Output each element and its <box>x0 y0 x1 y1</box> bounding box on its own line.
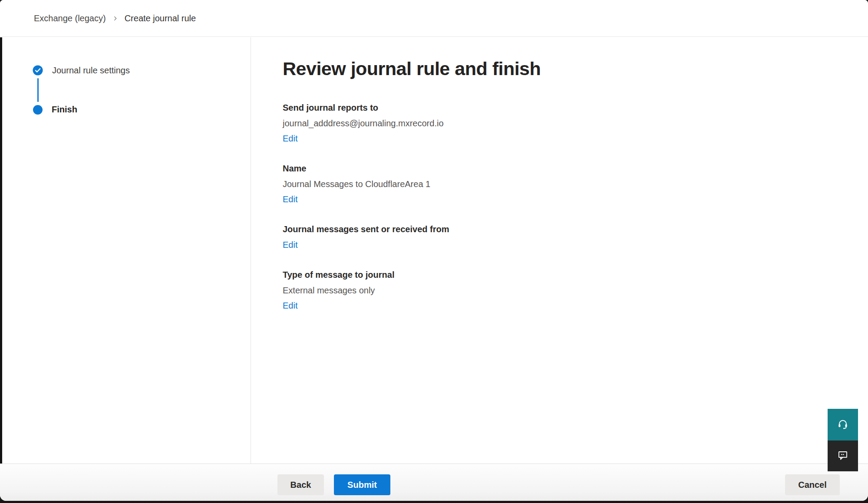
edit-link-send-journal-reports-to[interactable]: Edit <box>283 133 297 144</box>
cancel-button[interactable]: Cancel <box>785 474 840 495</box>
page-title: Review journal rule and finish <box>283 57 842 81</box>
section-label: Journal messages sent or received from <box>283 224 842 235</box>
review-section-type-of-message-to-journal: Type of message to journal External mess… <box>283 269 842 311</box>
back-button[interactable]: Back <box>277 474 324 495</box>
main-content: Review journal rule and finish Send jour… <box>251 37 868 464</box>
wizard-step-label: Journal rule settings <box>52 66 130 76</box>
feedback-chat-icon <box>837 450 848 462</box>
wizard-step-connector <box>37 78 39 102</box>
wizard-step-journal-rule-settings[interactable]: Journal rule settings <box>33 65 251 76</box>
headset-icon <box>837 418 848 431</box>
section-label: Send journal reports to <box>283 102 842 113</box>
section-value: journal_adddress@journaling.mxrecord.io <box>283 118 842 129</box>
app-window: Exchange (legacy) Create journal rule J <box>0 0 868 501</box>
submit-button[interactable]: Submit <box>334 474 390 495</box>
check-circle-icon <box>33 65 43 76</box>
footer-bar: Back Submit Cancel <box>0 464 868 501</box>
wizard-step-finish[interactable]: Finish <box>33 105 251 115</box>
review-section-name: Name Journal Messages to CloudflareArea … <box>283 163 842 205</box>
feedback-button[interactable] <box>828 441 858 471</box>
chevron-right-icon <box>112 15 119 22</box>
edit-link-name[interactable]: Edit <box>283 194 297 205</box>
breadcrumb-create-journal-rule: Create journal rule <box>125 13 196 23</box>
help-button[interactable] <box>828 409 858 441</box>
body-area: Journal rule settings Finish Review jour… <box>0 37 868 464</box>
section-value: Journal Messages to CloudflareArea 1 <box>283 178 842 190</box>
filled-dot-icon <box>33 105 43 115</box>
section-label: Type of message to journal <box>283 269 842 280</box>
breadcrumb-exchange-legacy[interactable]: Exchange (legacy) <box>34 13 106 23</box>
wizard-steps-panel: Journal rule settings Finish <box>2 37 251 464</box>
top-header: Exchange (legacy) Create journal rule <box>0 0 868 37</box>
breadcrumb: Exchange (legacy) Create journal rule <box>34 13 196 23</box>
edit-link-journal-messages-sent-or-received-from[interactable]: Edit <box>283 239 297 250</box>
wizard-step-label: Finish <box>52 105 77 115</box>
review-section-send-journal-reports-to: Send journal reports to journal_adddress… <box>283 102 842 144</box>
review-section-journal-messages-sent-or-received-from: Journal messages sent or received from E… <box>283 224 842 250</box>
section-value: External messages only <box>283 285 842 296</box>
edit-link-type-of-message-to-journal[interactable]: Edit <box>283 300 297 311</box>
section-label: Name <box>283 163 842 174</box>
